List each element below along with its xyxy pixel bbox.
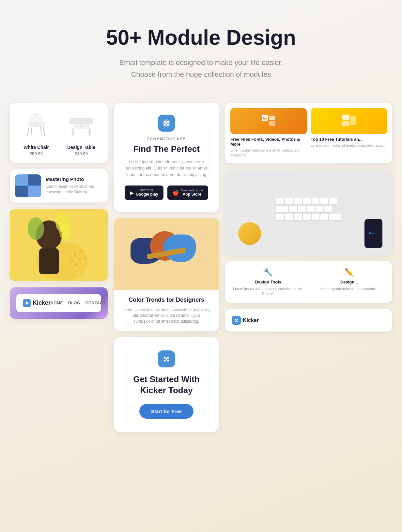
photo-card: Mastering Photo Lorem ipsum dolor sit am…: [10, 169, 108, 202]
left-column: White Chair $59.99: [7, 100, 111, 435]
kicker-footer-icon: [232, 316, 241, 325]
key: [312, 198, 319, 204]
svg-rect-40: [269, 121, 275, 126]
modules-grid: White Chair $59.99: [0, 100, 402, 435]
key: [316, 206, 323, 212]
nav-logo: Kicker: [23, 299, 51, 307]
tool-desc-2: Lorem ipsum dolor sit, consectetur...: [311, 286, 387, 291]
app-icon: [158, 115, 175, 132]
design-tools-card: 🔧 Design Tools Lorem ipsum dolor sit ame…: [225, 261, 392, 303]
svg-line-3: [43, 126, 45, 136]
photo-desc: Lorem ipsum dolor sit amet, consectetur …: [46, 184, 102, 195]
key: [303, 214, 311, 220]
color-card: Color Trends for Designers Lorem ipsum d…: [114, 218, 219, 331]
resource-item-1: A+ Free Files Fonts, Videos, Photos & Mo…: [230, 108, 307, 158]
nav-home[interactable]: HOME: [51, 301, 63, 305]
resource-title-1: Free Files Fonts, Videos, Photos & More: [230, 137, 307, 147]
center-column: ECOMMERCE APP Find The Perfect Lorem ips…: [111, 100, 222, 435]
store-buttons: ▶ GET IT ON Google play 🍎 Download on th…: [124, 185, 209, 200]
svg-point-17: [59, 224, 71, 240]
app-title: Find The Perfect: [124, 144, 209, 154]
svg-point-21: [80, 250, 83, 253]
google-play-icon: ▶: [130, 190, 134, 196]
svg-point-36: [166, 358, 167, 360]
svg-point-19: [79, 258, 81, 261]
nav-contact[interactable]: CONTACT: [85, 301, 105, 305]
product-item-chair: White Chair $59.99: [16, 109, 56, 156]
kicker-logo-icon: [23, 299, 31, 307]
svg-rect-9: [72, 128, 74, 136]
svg-point-48: [236, 320, 237, 321]
svg-line-5: [40, 126, 41, 135]
key: [276, 206, 288, 212]
svg-point-23: [75, 263, 78, 266]
svg-point-30: [167, 124, 169, 126]
color-card-desc: Lorem ipsum dolor sit amet, consectetur …: [122, 307, 211, 324]
flower-illustration: [10, 209, 108, 281]
svg-point-47: [237, 321, 238, 322]
key: [324, 206, 332, 212]
hero-subtitle: Email template is designed to make your …: [13, 57, 389, 80]
cta-button[interactable]: Start for Free: [139, 404, 193, 419]
flower-bg: [10, 209, 108, 281]
hero-title: 50+ Module Design: [13, 26, 389, 49]
tool-icon-2: ✏️: [311, 268, 387, 277]
tool-desc-1: Lorem ipsum dolor sit amet, consectetur …: [230, 286, 306, 297]
nav-card-inner: Kicker HOME BLOG CONTACT: [16, 294, 101, 312]
svg-point-31: [166, 122, 167, 124]
product-items: White Chair $59.99: [16, 109, 101, 156]
key: [294, 198, 302, 204]
resource-icon-2: [341, 113, 357, 129]
photo-thumbnail: [15, 174, 41, 197]
google-play-button[interactable]: ▶ GET IT ON Google play: [125, 185, 163, 200]
svg-point-28: [167, 121, 169, 123]
key: [276, 198, 284, 204]
nav-blog[interactable]: BLOG: [68, 301, 80, 305]
key: [320, 198, 328, 204]
resource-desc-2: Lorem ipsum dolor sit amet, consectetur …: [311, 143, 387, 148]
key: [307, 206, 315, 212]
svg-point-22: [84, 257, 86, 259]
svg-point-45: [237, 319, 238, 320]
tool-name-2: Design...: [311, 280, 387, 284]
svg-point-44: [235, 319, 236, 320]
app-store-button[interactable]: 🍎 Download on the App Store: [167, 185, 209, 200]
chair-svg: [25, 113, 48, 139]
flower-card: [10, 209, 108, 281]
svg-point-20: [70, 260, 73, 263]
nav-links: HOME BLOG CONTACT: [51, 301, 105, 305]
kicker-icon: [24, 301, 29, 305]
apple-icon: 🍎: [173, 190, 179, 196]
resource-title-2: Top 10 Free Tutorials an...: [311, 137, 387, 142]
resources-card: A+ Free Files Fonts, Videos, Photos & Mo…: [225, 103, 392, 163]
chair-price: $59.99: [16, 151, 56, 156]
svg-line-2: [28, 126, 29, 136]
phone-logo: ⚙ Kic...: [369, 232, 378, 235]
svg-rect-42: [342, 121, 349, 126]
key: [289, 206, 297, 212]
cta-title: Get Started WithKicker Today: [124, 374, 209, 396]
product-item-table: Design Table $49.99: [61, 109, 101, 156]
chair-name: White Chair: [16, 145, 56, 150]
resource-thumb-1: A+: [230, 108, 307, 134]
key: [329, 214, 341, 220]
resource-icon-1: A+: [260, 113, 277, 129]
thumb-yellow: [311, 108, 387, 134]
cta-icon-svg: [162, 354, 171, 363]
key: [276, 214, 284, 220]
app-icon-svg: [162, 119, 171, 128]
tool-name-1: Design Tools: [230, 280, 306, 284]
table-name: Design Table: [61, 145, 101, 150]
color-visual: [114, 218, 219, 290]
svg-point-33: [167, 357, 169, 359]
svg-point-32: [164, 357, 166, 359]
key: [303, 198, 311, 204]
key: [294, 214, 302, 220]
svg-point-15: [28, 217, 44, 240]
color-card-content: Color Trends for Designers Lorem ipsum d…: [114, 290, 219, 331]
table-price: $49.99: [61, 151, 101, 156]
right-column: A+ Free Files Fonts, Videos, Photos & Mo…: [222, 100, 395, 435]
lemon-decoration: [238, 222, 261, 245]
table-svg: [68, 113, 94, 139]
svg-point-46: [235, 321, 236, 322]
